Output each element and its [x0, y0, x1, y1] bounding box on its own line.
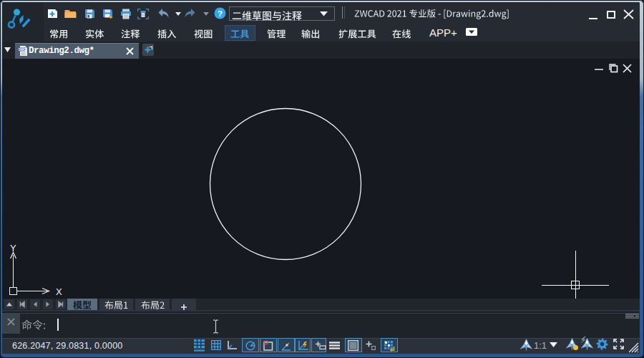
svg-text:Y: Y [10, 243, 16, 253]
svg-text:X: X [56, 286, 62, 297]
svg-text:DWG: DWG [19, 48, 26, 52]
svg-text:?: ? [218, 9, 223, 18]
